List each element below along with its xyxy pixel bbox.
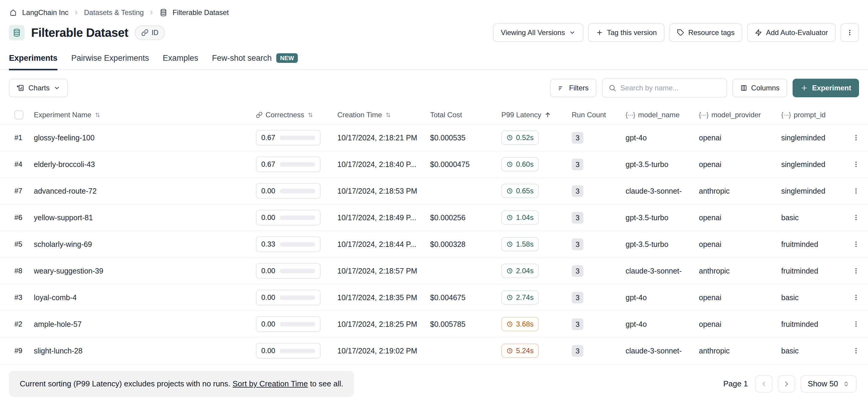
experiment-name[interactable]: loyal-comb-4 (34, 293, 256, 302)
pagination: Page 1 Show 50 (723, 375, 857, 392)
table-row[interactable]: #8 weary-suggestion-39 0.00 10/17/2024, … (0, 258, 868, 284)
sort-updown-icon[interactable] (94, 112, 101, 118)
experiment-name[interactable]: slight-lunch-28 (34, 347, 256, 355)
correctness-cell[interactable]: 0.67 (256, 157, 320, 172)
zap-icon (755, 29, 762, 36)
tab-pairwise-experiments[interactable]: Pairwise Experiments (71, 54, 149, 70)
experiment-name[interactable]: glossy-feeling-100 (34, 133, 256, 142)
tab-few-shot-search[interactable]: Few-shot search NEW (212, 53, 298, 70)
row-menu-button[interactable] (850, 345, 861, 356)
creation-time: 10/17/2024, 2:18:35 PM (337, 293, 430, 302)
table-row[interactable]: #2 ample-hole-57 0.00 10/17/2024, 2:18:2… (0, 311, 868, 338)
table-row[interactable]: #5 scholarly-wing-69 0.33 10/17/2024, 2:… (0, 231, 868, 258)
filters-button[interactable]: Filters (550, 79, 596, 97)
column-header-experiment-name[interactable]: Experiment Name (34, 111, 256, 119)
next-page-button[interactable] (778, 375, 795, 392)
experiment-name[interactable]: yellow-support-81 (34, 213, 256, 222)
sort-by-creation-time-link[interactable]: Sort by Creation Time (232, 379, 308, 388)
sort-updown-icon[interactable] (307, 112, 314, 118)
experiment-name[interactable]: advanced-route-72 (34, 187, 256, 195)
tab-examples[interactable]: Examples (163, 54, 198, 70)
correctness-cell[interactable]: 0.00 (256, 183, 320, 199)
correctness-cell[interactable]: 0.00 (256, 343, 320, 358)
select-all-checkbox[interactable] (14, 111, 23, 119)
correctness-bar-track (280, 322, 315, 326)
columns-button[interactable]: Columns (733, 79, 787, 97)
table-header-row: Experiment Name Correctness Creation Tim… (0, 105, 868, 125)
correctness-cell[interactable]: 0.00 (256, 210, 320, 225)
previous-page-button[interactable] (755, 375, 773, 392)
breadcrumb-section[interactable]: Datasets & Testing (84, 8, 144, 17)
chevron-down-icon (569, 29, 576, 36)
experiment-rank: #6 (14, 213, 34, 222)
column-header-prompt-id[interactable]: {···} prompt_id (781, 111, 850, 119)
experiment-name[interactable]: scholarly-wing-69 (34, 240, 256, 249)
more-options-button[interactable] (840, 23, 859, 42)
breadcrumb-org[interactable]: LangChain Inc (22, 8, 68, 17)
tab-experiments[interactable]: Experiments (9, 54, 58, 70)
column-header-correctness[interactable]: Correctness (256, 111, 337, 119)
experiment-rank: #5 (14, 240, 34, 248)
new-experiment-button[interactable]: Experiment (793, 79, 859, 97)
experiment-name[interactable]: ample-hole-57 (34, 320, 256, 328)
version-selector[interactable]: Viewing All Versions (493, 23, 583, 42)
column-header-creation-time[interactable]: Creation Time (337, 111, 430, 119)
creation-time: 10/17/2024, 2:18:57 PM (337, 266, 430, 275)
prompt-id: basic (781, 347, 850, 355)
latency-pill: 0.60s (501, 157, 539, 171)
creation-time: 10/17/2024, 2:18:49 P... (337, 213, 430, 222)
prompt-id: singleminded (781, 187, 850, 195)
plus-icon (800, 84, 808, 92)
correctness-bar-track (280, 216, 315, 220)
search-input[interactable] (620, 84, 720, 92)
row-menu-button[interactable] (850, 159, 861, 170)
table-row[interactable]: #3 loyal-comb-4 0.00 10/17/2024, 2:18:35… (0, 284, 868, 311)
page-size-selector[interactable]: Show 50 (801, 375, 857, 392)
column-header-p99-latency[interactable]: P99 Latency (501, 111, 572, 119)
clock-icon (506, 294, 513, 301)
columns-icon (740, 85, 747, 92)
tag-version-button[interactable]: Tag this version (588, 23, 665, 42)
table-row[interactable]: #1 glossy-feeling-100 0.67 10/17/2024, 2… (0, 125, 868, 151)
latency-value: 0.60s (516, 160, 534, 168)
sort-ascending-icon[interactable] (544, 111, 551, 119)
clock-icon (506, 134, 513, 141)
breadcrumb: LangChain Inc Datasets & Testing Filtera… (0, 0, 868, 17)
experiment-rank: #1 (14, 133, 34, 142)
table-row[interactable]: #9 slight-lunch-28 0.00 10/17/2024, 2:19… (0, 338, 868, 364)
creation-time: 10/17/2024, 2:18:40 P... (337, 160, 430, 169)
column-header-run-count[interactable]: Run Count (572, 111, 625, 119)
table-row[interactable]: #7 advanced-route-72 0.00 10/17/2024, 2:… (0, 178, 868, 204)
clock-icon (506, 161, 513, 167)
experiment-name[interactable]: weary-suggestion-39 (34, 266, 256, 275)
experiment-name[interactable]: elderly-broccoli-43 (34, 160, 256, 169)
row-menu-button[interactable] (850, 292, 861, 303)
correctness-cell[interactable]: 0.00 (256, 316, 320, 332)
row-menu-button[interactable] (850, 239, 861, 250)
chart-add-icon (17, 84, 25, 92)
add-auto-evaluator-button[interactable]: Add Auto-Evaluator (747, 23, 836, 42)
resource-tags-button[interactable]: Resource tags (669, 23, 742, 42)
correctness-bar-track (280, 295, 315, 300)
correctness-cell[interactable]: 0.00 (256, 290, 320, 305)
column-header-model-provider[interactable]: {···} model_provider (699, 111, 781, 119)
row-menu-button[interactable] (850, 186, 861, 196)
latency-pill: 2.04s (501, 264, 539, 278)
copy-id-button[interactable]: ID (135, 26, 165, 40)
charts-button[interactable]: Charts (9, 79, 68, 97)
prompt-id: singleminded (781, 133, 850, 142)
sort-updown-icon[interactable] (385, 112, 392, 118)
column-header-model-name[interactable]: {···} model_name (625, 111, 699, 119)
table-row[interactable]: #4 elderly-broccoli-43 0.67 10/17/2024, … (0, 151, 868, 178)
correctness-cell[interactable]: 0.67 (256, 130, 320, 146)
row-menu-button[interactable] (850, 212, 861, 223)
column-header-total-cost[interactable]: Total Cost (430, 111, 501, 119)
home-icon[interactable] (9, 8, 18, 17)
correctness-cell[interactable]: 0.00 (256, 263, 320, 279)
row-menu-button[interactable] (850, 319, 861, 329)
table-row[interactable]: #6 yellow-support-81 0.00 10/17/2024, 2:… (0, 204, 868, 231)
correctness-cell[interactable]: 0.33 (256, 236, 320, 252)
correctness-value: 0.00 (261, 347, 275, 355)
row-menu-button[interactable] (850, 132, 861, 143)
row-menu-button[interactable] (850, 265, 861, 276)
